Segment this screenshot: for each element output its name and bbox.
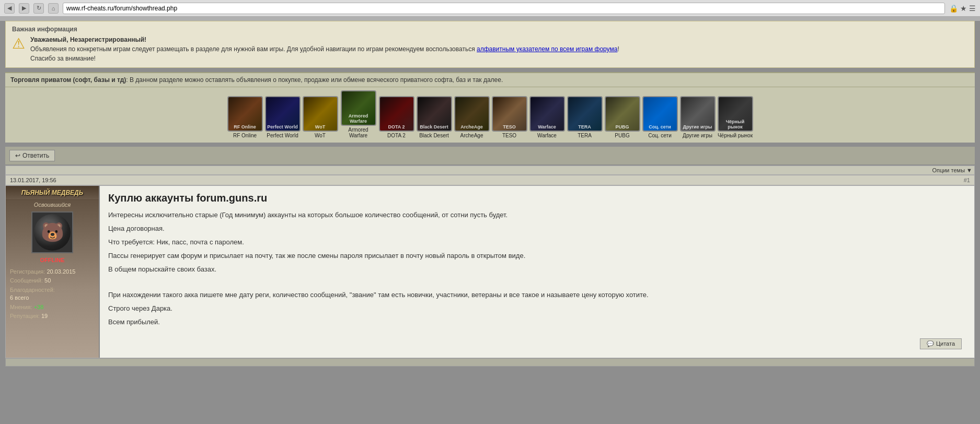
post-body: Интересны исключительно старые (Год мини… [108,209,966,328]
msg-label: Сообщений: [10,277,43,284]
post-body-line: Пассы генерирует сам форум и присылает н… [108,250,966,262]
game-icon-img-other: Другие игры [680,96,716,132]
post-footer: 💬 Цитата [108,336,966,351]
game-icon-label-dota: DOTA 2 [387,133,406,138]
post-body-line: Что требуется: Ник, пасс, почта с пароле… [108,237,966,248]
post-number: #1 [964,177,970,183]
msg-count: 50 [44,277,51,284]
game-icon-pw[interactable]: Perfect World Perfect World [265,96,301,138]
game-icon-wot[interactable]: WoT WoT [303,96,338,138]
reply-button[interactable]: ↩ Ответить [9,150,55,161]
game-icon-img-bd: Black Desert [417,96,452,132]
game-icon-img-wot: WoT [303,96,338,132]
forward-button[interactable]: ▶ [19,3,29,14]
game-icon-img-aw: Armored Warfare [341,90,376,126]
section-title: Торговля приватом (софт, базы и тд) [10,76,126,84]
game-icon-label-soc: Соц. сети [648,133,671,138]
game-icon-aw[interactable]: Armored Warfare Armored Warfare [340,90,377,138]
banner-text2: ! [617,45,619,53]
game-icon-other[interactable]: Другие игры Другие игры [680,96,716,138]
avatar-image [34,214,71,251]
game-icon-dota[interactable]: DOTA 2 DOTA 2 [379,96,414,138]
warning-icon: ⚠ [12,35,25,52]
thread-options-link[interactable]: Опции темы ▼ [932,167,972,173]
game-icon-overlay-rf: RF Online [228,124,262,129]
game-icon-img-soc: Соц. сети [642,96,678,132]
game-icon-img-pubg: PUBG [605,96,640,132]
thanks-label: Благодарностей: [10,287,55,293]
star-icon[interactable]: ★ [960,4,967,13]
game-icon-img-teso: TESO [492,96,527,132]
reg-row: Регистрация: 20.03.2015 [10,268,95,276]
section-header: Торговля приватом (софт, базы и тд): В д… [5,72,975,87]
home-button[interactable]: ⌂ [48,3,59,14]
game-icon-pubg[interactable]: PUBG PUBG [605,96,640,138]
game-icon-label-wot: WoT [315,133,326,138]
post-body-line: Интересны исключительно старые (Год мини… [108,209,966,221]
game-icon-teso[interactable]: TESO TESO [492,96,527,138]
extension-icon[interactable]: 🔒 [949,4,958,13]
game-icon-bd[interactable]: Black Desert Black Desert [417,96,452,138]
game-icon-overlay-black: Чёрный рынок [719,119,752,129]
game-icon-overlay-soc: Соц. сети [643,124,677,129]
bottom-scrollbar[interactable] [5,358,975,367]
back-button[interactable]: ◀ [4,3,15,14]
banner-text3: Спасибо за внимание! [30,55,96,62]
game-icon-img-tera: TERA [567,96,603,132]
game-icon-overlay-wf: Warface [531,124,564,129]
game-icon-overlay-pw: Perfect World [266,124,299,129]
post-body-line: В общем порыскайте своих базах. [108,264,966,275]
banner-link[interactable]: алфавитным указателем по всем играм фору… [477,45,617,53]
thanks-row: Благодарностей: 6 всего [10,286,95,302]
user-meta: Регистрация: 20.03.2015 Сообщений: 50 Бл… [6,265,99,323]
game-icon-label-wf: Warface [537,133,557,138]
post-container: ПЬЯНЫЙ МЕДВЕДЬ Освоившийся OFFLINE Регис… [5,185,975,358]
reg-date: 20.03.2015 [47,268,75,275]
game-icon-img-pw: Perfect World [265,96,301,132]
game-icon-tera[interactable]: TERA TERA [567,96,603,138]
game-icon-img-wf: Warface [529,96,565,132]
post-body-line: При нахождении такого акка пишете мне да… [108,289,966,301]
url-bar[interactable] [63,3,945,14]
game-icon-label-teso: TESO [502,133,516,138]
game-icon-label-other: Другие игры [683,133,712,138]
post-body-line: Строго через Дарка. [108,303,966,314]
banner-text: Уважаемый, Незарегистрированный! Объявле… [30,35,619,63]
menu-icon[interactable]: ☰ [969,4,976,13]
game-icon-overlay-tera: TERA [568,124,602,129]
game-icon-img-rf: RF Online [227,96,263,132]
refresh-button[interactable]: ↻ [33,3,44,14]
browser-icons: 🔒 ★ ☰ [949,4,976,13]
reply-label: Ответить [22,152,49,159]
reply-icon: ↩ [15,152,20,159]
rep-label: Репутация: [10,313,40,319]
rep-val: 19 [41,313,48,319]
reply-bar: ↩ Ответить [5,147,975,164]
quote-button[interactable]: 💬 Цитата [920,338,962,349]
game-icon-label-rf: RF Online [233,133,257,138]
post-content: Куплю аккаунты forum.guns.ru Интересны и… [100,186,974,358]
game-icon-aa[interactable]: ArcheAge ArcheAge [454,96,490,138]
game-icon-wf[interactable]: Warface Warface [529,96,565,138]
thread-scroll-bar: Опции темы ▼ [5,166,975,175]
banner-title: Важная информация [12,26,968,33]
game-icon-label-aa: ArcheAge [460,133,483,138]
game-icon-rf[interactable]: RF Online RF Online [227,96,263,138]
banner-text1: Объявления по конкретным играм следует р… [30,45,477,53]
user-rank: Освоившийся [34,202,71,208]
game-icon-overlay-teso: TESO [493,124,526,129]
section-description: : В данном разделе можно оставлять объяв… [126,76,503,84]
game-icon-black[interactable]: Чёрный рынок Чёрный рынок [718,96,753,138]
game-icon-overlay-pubg: PUBG [606,124,639,129]
thanks-count: 6 всего [10,295,29,301]
post-date-bar: 13.01.2017, 19:56 #1 [5,175,975,185]
game-icon-overlay-aa: ArcheAge [455,124,489,129]
quote-label: Цитата [936,340,955,347]
game-icon-soc[interactable]: Соц. сети Соц. сети [642,96,678,138]
quote-icon: 💬 [927,340,934,347]
game-icon-img-dota: DOTA 2 [379,96,414,132]
opinions-row: Мнения: +38 [10,303,95,311]
username: ПЬЯНЫЙ МЕДВЕДЬ [6,186,99,200]
opinions-val: +38 [34,304,44,310]
post-title: Куплю аккаунты forum.guns.ru [108,192,966,204]
